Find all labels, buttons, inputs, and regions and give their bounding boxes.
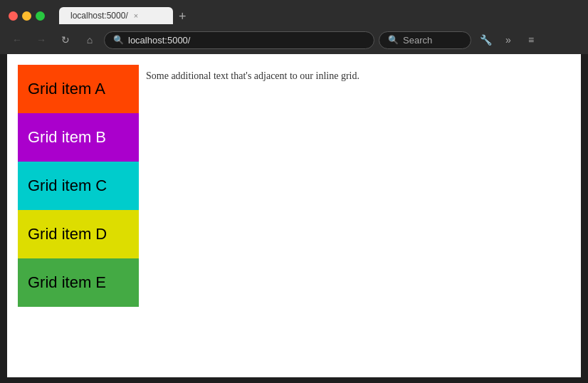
grid-item-d-label: Grid item D <box>28 225 107 243</box>
inline-grid: Grid item A Grid item B Grid item C Grid… <box>18 65 139 307</box>
grid-item-d: Grid item D <box>18 210 139 258</box>
new-tab-button[interactable]: + <box>173 9 192 24</box>
tab-bar: localhost:5000/ × + <box>59 7 579 24</box>
grid-item-b-label: Grid item B <box>28 128 106 147</box>
forward-button[interactable]: → <box>31 30 51 50</box>
grid-item-b: Grid item B <box>18 113 139 162</box>
minimize-button[interactable] <box>22 11 31 21</box>
tab-close-icon[interactable]: × <box>134 11 138 20</box>
close-button[interactable] <box>9 11 18 21</box>
address-text: localhost:5000/ <box>128 35 190 46</box>
more-button[interactable]: » <box>498 30 518 50</box>
address-bar[interactable]: 🔍 localhost:5000/ <box>104 31 374 49</box>
grid-item-a: Grid item A <box>18 65 139 113</box>
menu-button[interactable]: ≡ <box>521 30 541 50</box>
title-bar: localhost:5000/ × + <box>0 0 588 26</box>
tab-title: localhost:5000/ <box>70 11 128 21</box>
grid-item-c: Grid item C <box>18 162 139 210</box>
back-button[interactable]: ← <box>7 30 27 50</box>
viewport: Grid item A Grid item B Grid item C Grid… <box>7 54 581 377</box>
tools-button[interactable]: 🔧 <box>476 30 495 50</box>
page-content: Grid item A Grid item B Grid item C Grid… <box>18 65 570 307</box>
maximize-button[interactable] <box>36 11 45 21</box>
traffic-lights <box>9 11 45 21</box>
grid-item-a-label: Grid item A <box>28 80 105 98</box>
adjacent-text: Some additional text that's adjacent to … <box>146 70 359 82</box>
grid-item-c-label: Grid item C <box>28 177 107 195</box>
grid-item-e-label: Grid item E <box>28 273 106 292</box>
home-button[interactable]: ⌂ <box>80 30 100 50</box>
search-icon: 🔍 <box>388 35 399 45</box>
search-label: Search <box>403 35 432 46</box>
location-icon: 🔍 <box>113 35 124 45</box>
search-bar[interactable]: 🔍 Search <box>379 31 471 49</box>
browser-chrome: localhost:5000/ × + ← → ↻ ⌂ 🔍 localhost:… <box>0 0 588 54</box>
nav-tools: 🔧 » ≡ <box>476 30 541 50</box>
grid-item-e: Grid item E <box>18 258 139 307</box>
reload-button[interactable]: ↻ <box>56 30 75 50</box>
active-tab[interactable]: localhost:5000/ × <box>59 7 173 24</box>
nav-bar: ← → ↻ ⌂ 🔍 localhost:5000/ 🔍 Search 🔧 » ≡ <box>0 26 588 54</box>
